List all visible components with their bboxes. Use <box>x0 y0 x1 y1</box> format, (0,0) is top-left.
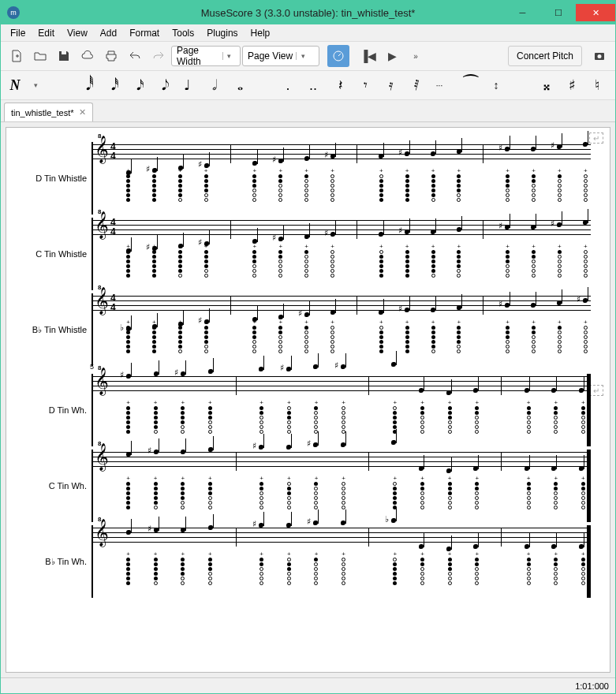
menu-help[interactable]: Help <box>245 26 277 40</box>
note[interactable]: ♯ <box>557 144 562 149</box>
rest-2[interactable]: 𝄿 <box>379 74 398 96</box>
note[interactable] <box>379 154 383 159</box>
note[interactable] <box>446 390 451 395</box>
note[interactable]: ♯ <box>557 222 562 227</box>
note[interactable]: ♯ <box>583 298 588 303</box>
note[interactable] <box>313 364 318 369</box>
note[interactable]: ♯ <box>278 237 283 241</box>
note[interactable] <box>525 466 529 471</box>
note[interactable] <box>473 388 478 393</box>
tie-button[interactable]: ⁀ <box>461 74 480 96</box>
save-button[interactable] <box>53 45 75 67</box>
menu-edit[interactable]: Edit <box>32 26 61 40</box>
note[interactable] <box>208 447 213 452</box>
note[interactable] <box>579 544 584 549</box>
note[interactable]: ♯ <box>313 442 318 447</box>
staff[interactable]: 8𝄞♯♯♯♭+++++++++++++++ <box>91 525 591 598</box>
note[interactable]: ♯ <box>181 371 185 376</box>
staff[interactable]: 8𝄞5♯♯♯♯+++++++++++++++ <box>91 374 591 446</box>
note[interactable] <box>431 308 435 312</box>
accidental-0[interactable]: 𝄪 <box>537 74 556 96</box>
menu-file[interactable]: File <box>4 26 32 40</box>
score-canvas[interactable]: ↵ ↵ D Tin Whistle8𝄞44♯♯♯♯♯♯♯++++++++++++… <box>1 122 615 677</box>
duration-6[interactable]: 𝅝 <box>228 74 247 96</box>
menu-view[interactable]: View <box>61 26 94 40</box>
view-combo[interactable]: Page View▾ <box>242 46 319 66</box>
note[interactable] <box>154 371 159 376</box>
double-dot[interactable]: .. <box>304 74 323 96</box>
rest-0[interactable]: 𝄽 <box>329 74 348 96</box>
concert-pitch-button[interactable]: Concert Pitch <box>508 46 582 66</box>
note[interactable] <box>551 388 556 393</box>
note[interactable] <box>379 310 383 315</box>
note[interactable] <box>208 369 213 374</box>
accidental-3[interactable]: ♭ <box>613 74 616 96</box>
cloud-button[interactable] <box>77 45 99 67</box>
note[interactable] <box>579 388 584 393</box>
duration-1[interactable]: 𝅘𝅥𝅰 <box>102 74 121 96</box>
note[interactable] <box>304 234 309 239</box>
staff[interactable]: 8𝄞♯♯♯+++++++++++++++ <box>91 450 591 522</box>
note[interactable]: ♯ <box>330 154 335 159</box>
note[interactable] <box>259 367 263 371</box>
note[interactable] <box>531 303 536 308</box>
note[interactable] <box>304 156 309 161</box>
menu-format[interactable]: Format <box>123 26 166 40</box>
note[interactable]: ♯ <box>505 225 510 229</box>
note[interactable]: ♯ <box>405 308 409 312</box>
staff[interactable]: 8𝄞44♯♯♯♯♯♯♯++++++++++++++++ <box>91 218 591 290</box>
print-button[interactable] <box>100 45 122 67</box>
note[interactable]: ♯ <box>341 364 345 369</box>
note[interactable] <box>330 310 335 315</box>
time-signature[interactable]: 44 <box>110 293 116 312</box>
note[interactable] <box>341 520 345 525</box>
note[interactable]: ♯ <box>405 151 409 156</box>
maximize-button[interactable]: ☐ <box>540 4 576 21</box>
note[interactable] <box>181 528 185 532</box>
accidental-2[interactable]: ♮ <box>588 74 607 96</box>
note[interactable] <box>208 525 213 530</box>
flip-direction-button[interactable]: ↕ <box>487 74 506 96</box>
note[interactable] <box>419 466 424 471</box>
note[interactable] <box>431 229 435 234</box>
note[interactable] <box>181 450 185 454</box>
note[interactable]: ♯ <box>405 229 409 234</box>
augmentation-dot[interactable]: . <box>278 74 297 96</box>
note[interactable] <box>379 232 383 237</box>
note[interactable]: ♯ <box>154 528 159 532</box>
note[interactable]: ♯ <box>330 232 335 237</box>
image-capture-button[interactable] <box>588 45 610 67</box>
rest-1[interactable]: 𝄾 <box>354 74 373 96</box>
note[interactable] <box>391 362 396 367</box>
toolbar-more-icon[interactable]: ··· <box>430 74 449 96</box>
titlebar[interactable]: m MuseScore 3 (3.3.0 unstable): tin_whis… <box>1 1 615 24</box>
note[interactable] <box>391 440 396 445</box>
duration-2[interactable]: 𝅘𝅥𝅯 <box>127 74 146 96</box>
note[interactable] <box>286 445 291 450</box>
note[interactable]: ♯ <box>126 374 131 379</box>
staff[interactable]: 8𝄞44♭♯♯♯♯♯++++++++++++++++ <box>91 293 591 366</box>
close-tab-icon[interactable]: ✕ <box>79 107 86 118</box>
note[interactable] <box>431 151 435 156</box>
time-signature[interactable]: 44 <box>110 218 116 237</box>
toolbar-overflow-icon[interactable]: » <box>405 45 427 67</box>
note[interactable]: ♯ <box>304 312 309 317</box>
note[interactable] <box>473 544 478 549</box>
note[interactable] <box>419 388 424 393</box>
note[interactable] <box>557 300 562 305</box>
duration-4[interactable]: ♩ <box>177 74 196 96</box>
note[interactable] <box>551 466 556 471</box>
staff[interactable]: 8𝄞44♯♯♯♯♯♯♯++++++++++++++++ <box>91 142 591 215</box>
note[interactable] <box>457 149 461 154</box>
accidental-1[interactable]: ♯ <box>562 74 581 96</box>
note[interactable] <box>525 388 529 393</box>
duration-5[interactable]: 𝅗𝅥 <box>203 74 222 96</box>
note[interactable] <box>419 544 424 549</box>
note[interactable] <box>126 530 131 535</box>
note[interactable]: ♯ <box>505 303 510 308</box>
time-signature[interactable]: 44 <box>110 142 116 161</box>
close-button[interactable]: ✕ <box>576 4 615 21</box>
note[interactable] <box>341 442 345 447</box>
note[interactable] <box>583 220 588 225</box>
rest-3[interactable]: 𝅀 <box>405 74 424 96</box>
